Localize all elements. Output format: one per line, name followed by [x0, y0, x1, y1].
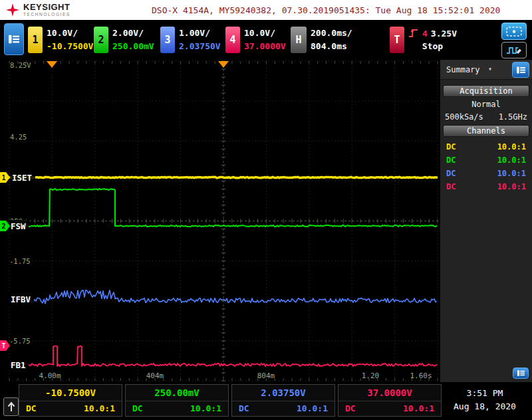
channel-1-summary-row: DC 10.0:1: [446, 142, 526, 152]
channel-4-scale: 10.0V/: [244, 27, 286, 40]
instrument-title: DSO-X 4154A, MY59240382, 07.30.201905143…: [152, 5, 500, 15]
channel-4-probe: 10.0:1: [497, 182, 526, 191]
channel-4-coupling-readout: DC: [345, 401, 356, 415]
channel-2-probe: 10.0:1: [497, 156, 526, 165]
channel-4-probe-readout: 10.0:1: [403, 401, 434, 415]
channel-2-value: 250.00mV: [126, 385, 228, 401]
acquisition-rates: 500kSa/s 1.5GHz: [445, 112, 527, 122]
summary-panel: Summary ▾ Acquisition Normal 500kSa/s 1.…: [440, 60, 532, 382]
channel-2-coupling: DC: [446, 156, 456, 165]
time-label: 404m: [146, 371, 164, 380]
menu-icon: [516, 66, 526, 74]
trace-label: FB1: [11, 360, 26, 370]
trigger-time-marker[interactable]: [47, 61, 57, 68]
svg-text:2: 2: [2, 223, 6, 230]
waveform-display[interactable]: 8.25V4.25250m-1.75-5.754.00m404m804m1.20…: [0, 60, 439, 382]
channel-3-scale: 1.00V/: [179, 27, 221, 40]
up-arrow-icon: [7, 401, 16, 413]
channel-1-coupling: DC: [446, 142, 456, 152]
waveform-annotation-button[interactable]: [501, 42, 527, 58]
panel-bottom-menu-button[interactable]: [513, 368, 529, 379]
channel-4-value: 37.0000V: [338, 385, 441, 401]
touch-button[interactable]: [501, 23, 527, 40]
channel-1-probe-readout: 10.0:1: [84, 401, 115, 415]
main-menu-button[interactable]: [4, 23, 24, 55]
axis-label: 4.25: [10, 133, 27, 141]
axis-label: -1.75: [9, 257, 31, 265]
toolbar: 1 10.0V/ -10.7500V 2 2.00V/ 250.00mV 3 1…: [0, 20, 532, 60]
channel-3-badge[interactable]: 3: [160, 27, 175, 53]
keysight-spark-icon: [5, 3, 20, 17]
time-label: 804m: [257, 371, 275, 380]
channel-2-summary-row: DC 10.0:1: [446, 156, 526, 165]
horizontal-badge[interactable]: H: [291, 27, 307, 53]
trigger-badge[interactable]: T: [390, 27, 404, 53]
svg-text:T: T: [2, 342, 6, 350]
channel-2-badge[interactable]: 2: [94, 27, 108, 53]
channel-3-offset: 2.03750V: [179, 40, 221, 53]
chevron-down-icon: ▾: [488, 65, 492, 72]
channel-2-readout[interactable]: 250.00mV DC 10.0:1: [125, 384, 229, 417]
panel-header-row: Summary ▾: [440, 60, 532, 80]
channel-3-coupling: DC: [446, 169, 456, 178]
channel-4-readout[interactable]: 37.0000V DC 10.0:1: [338, 384, 442, 417]
channels-header: Channels: [443, 125, 529, 137]
sample-rate: 500kSa/s: [445, 112, 483, 122]
oscilloscope-screen: KEYSIGHT TECHNOLOGIES DSO-X 4154A, MY592…: [0, 0, 532, 420]
waveform-icon: [505, 45, 523, 56]
trigger-source: 4: [422, 29, 428, 39]
channel-2-probe-readout: 10.0:1: [190, 401, 221, 415]
channel-1-controls[interactable]: 1 10.0V/ -10.7500V: [28, 27, 93, 53]
acquisition-header: Acquisition: [443, 85, 529, 97]
trace-label: FSW: [11, 221, 26, 231]
channel-2-scale: 2.00V/: [112, 27, 154, 40]
trigger-level: 3.25V: [431, 29, 457, 39]
horizontal-delay: 804.0ms: [311, 40, 352, 53]
title-bar: KEYSIGHT TECHNOLOGIES DSO-X 4154A, MY592…: [0, 0, 532, 20]
channel-3-coupling-readout: DC: [239, 401, 249, 415]
run-state: Stop: [408, 40, 457, 53]
channel-1-value: -10.7500V: [19, 385, 122, 401]
touch-icon: [505, 26, 523, 37]
channel-2-coupling-readout: DC: [132, 401, 143, 415]
axis-label: 8.25V: [10, 61, 31, 69]
time-label: 1.60s: [410, 371, 432, 380]
channel-1-badge[interactable]: 1: [28, 27, 43, 53]
channel-1-readout[interactable]: -10.7500V DC 10.0:1: [19, 384, 122, 417]
svg-text:1: 1: [2, 174, 6, 181]
acquisition-mode: Normal: [440, 100, 532, 109]
channel-3-controls[interactable]: 3 1.00V/ 2.03750V: [160, 27, 221, 53]
channel-4-offset: 37.0000V: [244, 40, 286, 53]
channel-4-badge[interactable]: 4: [225, 27, 240, 53]
time-label: 4.00m: [39, 371, 61, 380]
trigger-controls[interactable]: T 4 3.25V Stop: [390, 27, 457, 53]
trace-label: IFBV: [11, 294, 31, 304]
channel-3-value: 2.03750V: [232, 385, 334, 401]
trigger-time-marker[interactable]: [218, 61, 229, 68]
bandwidth: 1.5GHz: [499, 112, 527, 122]
channel-1-offset: -10.7500V: [47, 40, 93, 53]
horizontal-controls[interactable]: H 200.0ms/ 804.0ms: [291, 27, 352, 53]
channel-4-controls[interactable]: 4 10.0V/ 37.0000V: [225, 27, 286, 53]
channel-1-scale: 10.0V/: [47, 27, 93, 40]
channel-4-coupling: DC: [446, 182, 456, 191]
trigger-edge-icon: [408, 27, 419, 39]
channel-2-controls[interactable]: 2 2.00V/ 250.00mV: [94, 27, 154, 53]
menu-icon: [8, 34, 20, 45]
scope-graticule: 8.25V4.25250m-1.75-5.754.00m404m804m1.20…: [0, 60, 439, 382]
trace-label: ISET: [12, 173, 32, 183]
channel-3-readout[interactable]: 2.03750V DC 10.0:1: [231, 384, 335, 417]
brand-subtitle: TECHNOLOGIES: [23, 13, 70, 17]
menu-icon: [517, 369, 525, 377]
clock: 3:51 PM Aug 18, 2020: [443, 387, 527, 413]
channel-3-probe: 10.0:1: [497, 169, 526, 178]
date-display: Aug 18, 2020: [443, 400, 527, 413]
bottom-bar: -10.7500V DC 10.0:1 250.00mV DC 10.0:1 2…: [0, 382, 532, 420]
trace-iset: [9, 177, 438, 177]
channel-2-offset: 250.00mV: [112, 40, 154, 53]
brand-name: KEYSIGHT: [23, 3, 70, 11]
time-label: 1.20: [362, 371, 380, 380]
summary-dropdown[interactable]: Summary: [446, 65, 480, 74]
back-up-button[interactable]: [3, 397, 19, 416]
panel-menu-button[interactable]: [512, 62, 529, 78]
